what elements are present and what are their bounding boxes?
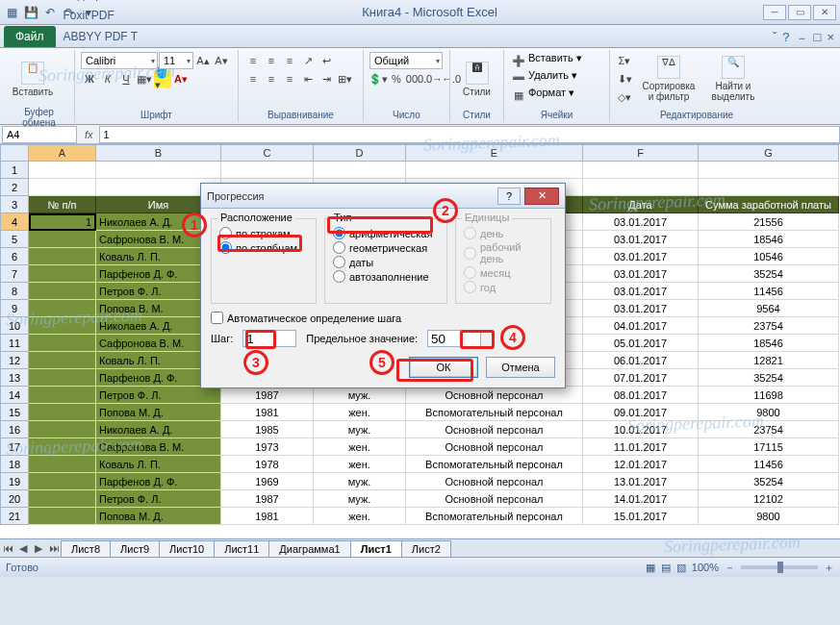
cell[interactable]: 1987 bbox=[221, 387, 314, 404]
cell[interactable] bbox=[29, 352, 96, 369]
ribbon-tab[interactable]: ABBYY PDF T bbox=[56, 26, 146, 47]
row-header[interactable]: 5 bbox=[0, 231, 29, 248]
radio-by-cols[interactable]: по столбцам bbox=[219, 241, 308, 254]
align-bot-icon[interactable]: ≡ bbox=[281, 52, 298, 69]
cell[interactable]: жен. bbox=[314, 508, 406, 525]
delete-cells-button[interactable]: ➖Удалить ▾ bbox=[510, 69, 577, 87]
cell[interactable] bbox=[29, 387, 96, 404]
cell[interactable]: муж. bbox=[314, 387, 406, 404]
cell[interactable] bbox=[29, 300, 96, 317]
font-size-combo[interactable]: 11 bbox=[159, 52, 193, 69]
row-header[interactable]: 8 bbox=[0, 283, 29, 300]
auto-step-checkbox[interactable]: Автоматическое определение шага bbox=[211, 312, 555, 324]
italic-icon[interactable]: К bbox=[99, 70, 116, 88]
cell[interactable] bbox=[29, 404, 96, 421]
cell[interactable]: Парфенов Д. Ф. bbox=[96, 473, 221, 490]
align-right-icon[interactable]: ≡ bbox=[281, 70, 298, 88]
align-top-icon[interactable]: ≡ bbox=[244, 52, 262, 69]
cancel-button[interactable]: Отмена bbox=[486, 357, 555, 378]
cell[interactable]: 11456 bbox=[699, 456, 839, 473]
cell[interactable] bbox=[29, 473, 96, 490]
cell[interactable] bbox=[29, 231, 96, 248]
sheet-tab[interactable]: Лист11 bbox=[214, 540, 269, 557]
table-header-cell[interactable]: № п/п bbox=[29, 196, 96, 213]
sheet-tab[interactable]: Диаграмма1 bbox=[268, 540, 350, 557]
cell[interactable]: 12102 bbox=[699, 490, 839, 508]
cell[interactable]: Основной персонал bbox=[406, 490, 583, 508]
sheet-tab[interactable]: Лист9 bbox=[110, 540, 160, 557]
cell[interactable]: 23754 bbox=[699, 317, 839, 335]
sheet-nav-prev[interactable]: ◀ bbox=[15, 542, 31, 555]
cell[interactable] bbox=[29, 456, 96, 473]
row-header[interactable]: 2 bbox=[0, 179, 29, 196]
paste-button[interactable]: 📋Вставить bbox=[10, 52, 56, 106]
cell[interactable]: 03.01.2017 bbox=[583, 231, 699, 248]
bold-icon[interactable]: Ж bbox=[81, 70, 98, 88]
view-layout-icon[interactable]: ▤ bbox=[661, 562, 671, 574]
row-header[interactable]: 10 bbox=[0, 317, 29, 335]
cell[interactable]: 18546 bbox=[699, 335, 839, 352]
font-name-combo[interactable]: Calibri bbox=[81, 52, 158, 69]
column-header[interactable]: F bbox=[583, 144, 699, 162]
radio-arithmetic[interactable]: арифметическая bbox=[333, 227, 439, 239]
name-box[interactable]: A4 bbox=[2, 126, 77, 143]
radio-geometric[interactable]: геометрическая bbox=[333, 241, 439, 254]
file-tab[interactable]: Файл bbox=[4, 26, 56, 47]
row-header[interactable]: 20 bbox=[0, 490, 29, 508]
doc-close-icon[interactable]: × bbox=[827, 30, 834, 47]
table-header-cell[interactable]: Дата bbox=[583, 196, 699, 213]
cell[interactable] bbox=[29, 162, 96, 179]
sheet-tab[interactable]: Лист1 bbox=[350, 540, 402, 557]
align-mid-icon[interactable]: ≡ bbox=[263, 52, 280, 69]
border-icon[interactable]: ▦▾ bbox=[136, 70, 153, 88]
indent-dec-icon[interactable]: ⇤ bbox=[299, 70, 317, 88]
cell[interactable]: 1973 bbox=[221, 438, 314, 456]
wrap-icon[interactable]: ↩ bbox=[318, 52, 335, 69]
sheet-nav-next[interactable]: ▶ bbox=[31, 542, 46, 555]
cell[interactable]: Вспомогательный персонал bbox=[406, 456, 583, 473]
cell[interactable] bbox=[406, 162, 583, 179]
cell[interactable]: 18546 bbox=[699, 231, 839, 248]
currency-icon[interactable]: 💲▾ bbox=[369, 70, 387, 88]
minimize-button[interactable]: ─ bbox=[763, 5, 786, 20]
indent-inc-icon[interactable]: ⇥ bbox=[318, 70, 335, 88]
sheet-tab[interactable]: Лист10 bbox=[159, 540, 215, 557]
cell[interactable]: Основной персонал bbox=[406, 387, 583, 404]
cell[interactable]: 12821 bbox=[699, 352, 839, 369]
cell[interactable]: Основной персонал bbox=[406, 438, 583, 456]
cell[interactable] bbox=[29, 283, 96, 300]
cell[interactable] bbox=[29, 490, 96, 508]
cell[interactable] bbox=[314, 162, 406, 179]
cell[interactable] bbox=[699, 179, 839, 196]
row-header[interactable]: 3 bbox=[0, 196, 29, 213]
row-header[interactable]: 7 bbox=[0, 265, 29, 283]
cell[interactable]: жен. bbox=[314, 404, 406, 421]
autosum-icon[interactable]: Σ▾ bbox=[616, 52, 633, 69]
cell[interactable]: муж. bbox=[314, 490, 406, 508]
cell[interactable]: 06.01.2017 bbox=[583, 352, 699, 369]
cell[interactable]: 10546 bbox=[699, 248, 839, 265]
cell[interactable] bbox=[29, 508, 96, 525]
inc-decimal-icon[interactable]: .0→ bbox=[424, 70, 442, 88]
cell[interactable] bbox=[29, 265, 96, 283]
cell[interactable]: 08.01.2017 bbox=[583, 387, 699, 404]
cell[interactable]: 14.01.2017 bbox=[583, 490, 699, 508]
ribbon-minimize-icon[interactable]: ˇ bbox=[773, 30, 776, 47]
column-header[interactable]: G bbox=[699, 144, 839, 162]
cell[interactable]: 35254 bbox=[699, 473, 839, 490]
cell[interactable]: Вспомогательный персонал bbox=[406, 508, 583, 525]
doc-restore-icon[interactable]: □ bbox=[814, 30, 822, 47]
cell[interactable] bbox=[221, 162, 314, 179]
dialog-close-button[interactable]: ✕ bbox=[524, 188, 559, 205]
cell[interactable]: 03.01.2017 bbox=[583, 283, 699, 300]
cell[interactable] bbox=[29, 179, 96, 196]
cell[interactable]: 1969 bbox=[221, 473, 314, 490]
ribbon-tab[interactable]: Foxit PDF bbox=[56, 5, 146, 26]
cell[interactable]: 21556 bbox=[699, 213, 839, 231]
column-header[interactable]: A bbox=[29, 144, 96, 162]
grow-font-icon[interactable]: A▴ bbox=[194, 52, 212, 69]
cell[interactable]: жен. bbox=[314, 438, 406, 456]
underline-icon[interactable]: Ч bbox=[117, 70, 135, 88]
row-header[interactable]: 16 bbox=[0, 421, 29, 438]
cell[interactable]: Вспомогательный персонал bbox=[406, 404, 583, 421]
